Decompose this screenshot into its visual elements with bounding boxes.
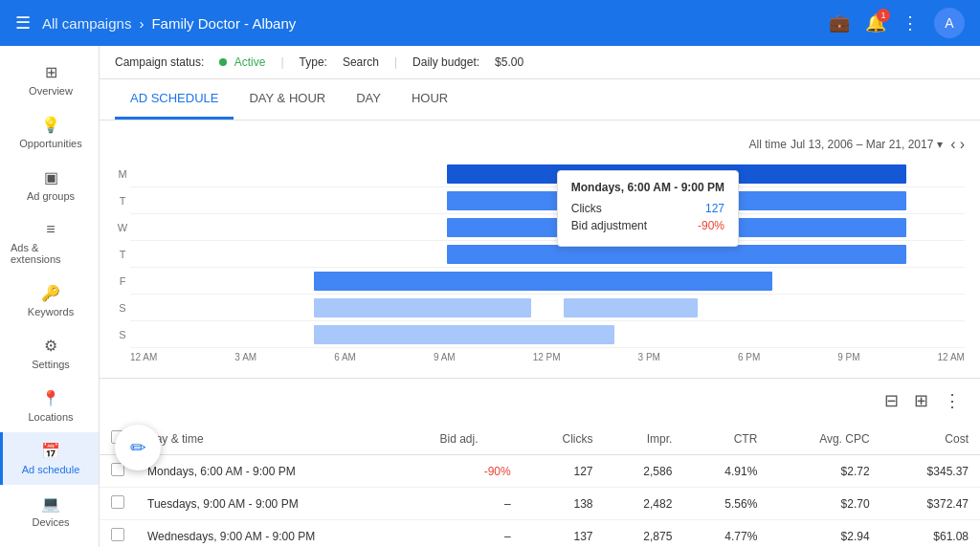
- sidebar-label-overview: Overview: [29, 85, 73, 97]
- sidebar-label-ads-extensions: Ads & extensions: [11, 242, 91, 265]
- tab-day-hour[interactable]: DAY & HOUR: [234, 79, 341, 120]
- notification-bell-button[interactable]: 🔔 1: [865, 12, 886, 33]
- x-label-9pm: 9 PM: [837, 352, 859, 362]
- chart-bars-friday: [130, 268, 965, 295]
- briefcase-icon[interactable]: 💼: [829, 12, 850, 33]
- sidebar-item-locations[interactable]: 📍 Locations: [0, 380, 99, 432]
- col-ctr[interactable]: CTR: [683, 423, 768, 455]
- sidebar-item-ad-groups[interactable]: ▣ Ad groups: [0, 159, 99, 211]
- more-options-table-icon[interactable]: ⋮: [940, 386, 965, 415]
- sidebar-item-settings[interactable]: ⚙ Settings: [0, 327, 99, 380]
- col-impr[interactable]: Impr.: [605, 423, 684, 455]
- main-container: ⊞ Overview 💡 Opportunities ▣ Ad groups ≡…: [0, 46, 980, 547]
- date-nav-arrows: ‹ ›: [950, 136, 965, 153]
- sidebar-label-settings: Settings: [32, 359, 70, 370]
- sidebar-label-devices: Devices: [32, 516, 69, 528]
- x-label-9am: 9 AM: [434, 352, 456, 362]
- table-row: Mondays, 6:00 AM - 9:00 PM -90% 127 2,58…: [100, 455, 980, 488]
- sidebar-item-ads-extensions[interactable]: ≡ Ads & extensions: [0, 211, 99, 274]
- chart-row-thursday: T: [115, 241, 965, 268]
- tab-ad-schedule[interactable]: AD SCHEDULE: [115, 79, 234, 120]
- filter-icon[interactable]: ⊟: [880, 386, 902, 415]
- x-label-12pm: 12 PM: [533, 352, 561, 362]
- row-clicks: 137: [523, 520, 605, 548]
- table-row: Tuesdays, 9:00 AM - 9:00 PM – 138 2,482 …: [100, 488, 980, 520]
- budget-value: $5.00: [495, 55, 523, 69]
- col-clicks[interactable]: Clicks: [523, 423, 605, 455]
- date-next-button[interactable]: ›: [960, 136, 965, 153]
- col-day-time[interactable]: Day & time: [136, 423, 428, 455]
- bar-friday: [314, 272, 773, 291]
- status-bar: Campaign status: Active | Type: Search |…: [100, 46, 980, 79]
- row-cpc: $2.94: [768, 520, 880, 548]
- tab-hour[interactable]: HOUR: [396, 79, 463, 120]
- devices-icon: 💻: [41, 494, 60, 513]
- keywords-icon: 🔑: [41, 284, 60, 302]
- sidebar-item-overview[interactable]: ⊞ Overview: [0, 54, 99, 106]
- sidebar-item-devices[interactable]: 💻 Devices: [0, 485, 99, 537]
- status-value: Active: [234, 55, 266, 69]
- breadcrumb-parent[interactable]: All campaigns: [42, 15, 131, 32]
- row-label-s2: S: [115, 329, 130, 340]
- x-label-6pm: 6 PM: [738, 352, 760, 362]
- content-area: Campaign status: Active | Type: Search |…: [100, 46, 980, 547]
- data-table: Day & time Bid adj. Clicks Impr. CTR Avg…: [100, 423, 980, 547]
- chevron-down-icon: ▾: [937, 138, 943, 151]
- row-cpc: $2.72: [768, 455, 880, 488]
- date-range-selector[interactable]: All time Jul 13, 2006 – Mar 21, 2017 ▾: [749, 138, 944, 151]
- sidebar-label-ad-schedule: Ad schedule: [22, 464, 80, 475]
- overview-icon: ⊞: [45, 63, 57, 81]
- sidebar-item-keywords[interactable]: 🔑 Keywords: [0, 274, 99, 327]
- sidebar-item-advanced-bid[interactable]: 📊 Advanced bid adj.: [0, 537, 99, 547]
- sidebar-label-locations: Locations: [28, 411, 73, 423]
- chart-tooltip: Mondays, 6:00 AM - 9:00 PM Clicks 127 Bi…: [557, 170, 739, 247]
- chart-row-saturday: S: [115, 295, 965, 321]
- breadcrumb-current: Family Doctor - Albany: [151, 15, 296, 32]
- row-clicks: 138: [523, 488, 605, 520]
- more-options-icon[interactable]: ⋮: [902, 12, 919, 33]
- row-impr: 2,875: [605, 520, 684, 548]
- sidebar-label-keywords: Keywords: [28, 306, 74, 317]
- edit-fab[interactable]: ✏: [115, 425, 161, 470]
- x-label-6am: 6 AM: [334, 352, 356, 362]
- status-dot: [219, 58, 227, 66]
- menu-icon[interactable]: ☰: [15, 12, 31, 33]
- row-impr: 2,586: [605, 455, 684, 488]
- chart-row-sunday: S: [115, 321, 965, 348]
- avatar[interactable]: A: [934, 8, 965, 38]
- row-day: Mondays, 6:00 AM - 9:00 PM: [136, 455, 428, 488]
- bar-saturday-2: [564, 298, 698, 317]
- chart-header: All time Jul 13, 2006 – Mar 21, 2017 ▾ ‹…: [115, 136, 965, 153]
- chart-bars-saturday: [130, 295, 965, 321]
- row-cost: $372.47: [881, 488, 980, 520]
- tooltip-title: Mondays, 6:00 AM - 9:00 PM: [571, 181, 724, 194]
- x-label-3am: 3 AM: [234, 352, 256, 362]
- type-value: Search: [343, 55, 379, 69]
- sidebar-label-opportunities: Opportunities: [19, 138, 81, 149]
- sidebar-label-ad-groups: Ad groups: [27, 190, 75, 202]
- chart-bars-thursday: [130, 241, 965, 268]
- tooltip-bid-value: -90%: [698, 219, 724, 232]
- date-prev-button[interactable]: ‹: [950, 136, 955, 153]
- date-range-label: All time: [749, 138, 787, 151]
- date-range-value: Jul 13, 2006 – Mar 21, 2017: [791, 138, 933, 151]
- sidebar-item-opportunities[interactable]: 💡 Opportunities: [0, 106, 99, 159]
- row-label-w: W: [115, 222, 130, 233]
- row-checkbox[interactable]: [100, 488, 136, 520]
- breadcrumb-separator: ›: [139, 15, 144, 32]
- row-bid: –: [428, 520, 522, 548]
- columns-icon[interactable]: ⊞: [910, 386, 932, 415]
- col-cost[interactable]: Cost: [881, 423, 980, 455]
- table-header-row: Day & time Bid adj. Clicks Impr. CTR Avg…: [100, 423, 980, 455]
- row-label-f: F: [115, 275, 130, 287]
- tab-day[interactable]: DAY: [341, 79, 396, 120]
- col-bid-adj[interactable]: Bid adj.: [428, 423, 522, 455]
- separator1: |: [280, 55, 283, 69]
- row-checkbox[interactable]: [100, 520, 136, 548]
- row-cpc: $2.70: [768, 488, 880, 520]
- chart-container: All time Jul 13, 2006 – Mar 21, 2017 ▾ ‹…: [100, 120, 980, 378]
- chart-bars-wednesday: [130, 214, 965, 241]
- table-toolbar: ⊟ ⊞ ⋮: [100, 378, 980, 423]
- sidebar-item-ad-schedule[interactable]: 📅 Ad schedule: [0, 432, 99, 485]
- col-avg-cpc[interactable]: Avg. CPC: [768, 423, 880, 455]
